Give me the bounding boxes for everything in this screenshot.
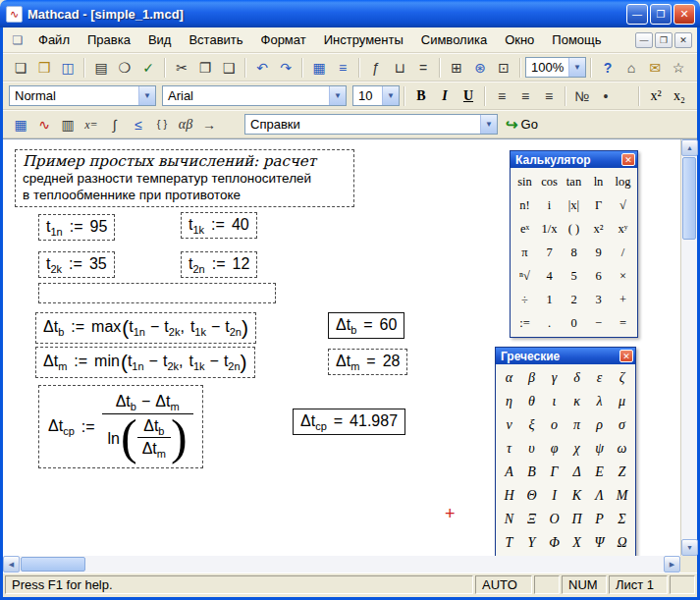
- greek-key[interactable]: Η: [498, 484, 520, 508]
- calc-key[interactable]: 1/x: [537, 217, 562, 241]
- font-size-combobox[interactable]: 10 ▼: [352, 85, 400, 106]
- paste-button[interactable]: ❑: [217, 56, 241, 79]
- menu-item-format[interactable]: Формат: [252, 27, 315, 52]
- calc-key[interactable]: √: [611, 193, 635, 217]
- insert-hyperlink-button[interactable]: ⊛: [468, 56, 492, 79]
- minimize-button[interactable]: —: [626, 4, 648, 25]
- mathsoft-home-button[interactable]: ☆: [667, 56, 690, 79]
- cut-button[interactable]: ✂: [170, 56, 193, 79]
- undo-button[interactable]: ↶: [250, 56, 274, 79]
- menu-item-tools[interactable]: Инструменты: [315, 27, 412, 52]
- horizontal-scroll-thumb[interactable]: [21, 557, 85, 572]
- calc-key[interactable]: ÷: [512, 288, 537, 311]
- greek-key[interactable]: θ: [520, 390, 543, 413]
- greek-key[interactable]: ξ: [520, 413, 543, 437]
- close-button[interactable]: ✕: [673, 4, 695, 25]
- math-region-delta-m-def[interactable]: Δtm:=min(t1n−t2k,t1k−t2n): [35, 347, 255, 378]
- tip-of-day-button[interactable]: ✉: [643, 56, 667, 79]
- greek-key[interactable]: μ: [611, 390, 633, 413]
- greek-key[interactable]: β: [520, 366, 543, 390]
- zoom-combobox[interactable]: 100% ▼: [525, 57, 586, 78]
- menu-item-help[interactable]: Помощь: [543, 27, 610, 52]
- graph-palette-button[interactable]: ∿: [32, 113, 56, 136]
- italic-button[interactable]: I: [433, 84, 457, 107]
- math-region-delta-m-result[interactable]: Δtm=28: [328, 349, 407, 375]
- vertical-scroll-thumb[interactable]: [682, 157, 696, 240]
- greek-key[interactable]: ε: [588, 366, 611, 390]
- programming-palette-button[interactable]: { }: [150, 113, 174, 136]
- calc-key[interactable]: Γ: [586, 193, 611, 217]
- greek-key[interactable]: Β: [520, 461, 543, 484]
- greek-key[interactable]: Δ: [565, 461, 588, 484]
- greek-key[interactable]: Τ: [498, 531, 520, 555]
- calc-key[interactable]: x²: [586, 217, 611, 241]
- calc-key[interactable]: xʸ: [611, 217, 635, 241]
- align-right-button[interactable]: ≡: [537, 84, 561, 107]
- calc-key[interactable]: +: [611, 288, 635, 311]
- mdi-close-button[interactable]: ✕: [674, 32, 692, 48]
- copy-button[interactable]: ❐: [193, 56, 217, 79]
- text-region[interactable]: Пример простых вычислений: расчет средне…: [15, 149, 354, 207]
- print-button[interactable]: ▤: [89, 56, 113, 79]
- calc-key[interactable]: sin: [512, 170, 537, 193]
- scroll-right-icon[interactable]: ▶: [664, 556, 680, 573]
- calc-key[interactable]: ⁿ√: [512, 264, 537, 288]
- dropdown-arrow-icon[interactable]: ▼: [329, 86, 346, 105]
- horizontal-scrollbar[interactable]: ◀ ▶: [3, 556, 680, 573]
- calculator-palette-button[interactable]: ▦: [9, 113, 32, 136]
- math-region-t1n-def[interactable]: t1n:=95: [38, 214, 115, 241]
- greek-key[interactable]: Ω: [611, 531, 633, 555]
- math-region-t1k-def[interactable]: t1k:=40: [181, 212, 257, 239]
- calc-key[interactable]: =: [611, 311, 635, 335]
- vertical-scrollbar[interactable]: ▲ ▼: [680, 139, 697, 556]
- greek-key[interactable]: ο: [543, 413, 565, 437]
- greek-key[interactable]: υ: [520, 437, 543, 461]
- greek-key[interactable]: σ: [611, 413, 633, 437]
- calc-key[interactable]: .: [537, 311, 562, 335]
- subscript-button[interactable]: x₂: [668, 84, 691, 107]
- greek-key[interactable]: Ν: [498, 508, 520, 531]
- numbered-list-button[interactable]: №: [570, 84, 594, 107]
- greek-key[interactable]: η: [498, 390, 520, 413]
- greek-key[interactable]: ω: [611, 437, 633, 461]
- dropdown-arrow-icon[interactable]: ▼: [480, 115, 497, 134]
- calc-key[interactable]: 2: [562, 288, 586, 311]
- resources-combobox[interactable]: Справки ▼: [244, 114, 498, 135]
- greek-key[interactable]: Φ: [543, 531, 565, 555]
- vertical-scroll-track[interactable]: [681, 241, 697, 539]
- align-across-button[interactable]: ▦: [307, 56, 331, 79]
- horizontal-scroll-track[interactable]: [86, 556, 664, 573]
- greek-key[interactable]: Θ: [520, 484, 543, 508]
- calculus-palette-button[interactable]: ∫: [103, 113, 127, 136]
- greek-key[interactable]: Γ: [543, 461, 565, 484]
- greek-key[interactable]: ψ: [588, 437, 611, 461]
- greek-key[interactable]: Ζ: [611, 461, 633, 484]
- calc-key[interactable]: |x|: [562, 193, 586, 217]
- boolean-palette-button[interactable]: ≤: [127, 113, 150, 136]
- calc-key[interactable]: ×: [611, 264, 635, 288]
- greek-key[interactable]: Ψ: [588, 531, 611, 555]
- calc-key[interactable]: tan: [562, 170, 586, 193]
- calc-key[interactable]: 4: [537, 264, 562, 288]
- greek-palette-close-button[interactable]: ✕: [619, 350, 633, 362]
- bullet-list-button[interactable]: •: [594, 84, 618, 107]
- title-bar[interactable]: ∿ Mathcad - [simple_1.mcd] — ❐ ✕: [0, 0, 700, 27]
- greek-key[interactable]: γ: [543, 366, 565, 390]
- greek-key[interactable]: Κ: [565, 484, 588, 508]
- greek-palette-button[interactable]: αβ: [174, 113, 197, 136]
- open-button[interactable]: ❒: [32, 56, 56, 79]
- mdi-restore-button[interactable]: ❐: [655, 32, 673, 48]
- calc-key[interactable]: 3: [586, 288, 611, 311]
- align-center-button[interactable]: ≡: [513, 84, 537, 107]
- print-preview-button[interactable]: ❍: [113, 56, 136, 79]
- scroll-up-icon[interactable]: ▲: [681, 139, 698, 156]
- math-region-delta-b-result[interactable]: Δtb=60: [328, 312, 404, 339]
- calculator-palette-close-button[interactable]: ✕: [621, 153, 635, 166]
- underline-button[interactable]: U: [457, 84, 480, 107]
- greek-key[interactable]: Χ: [565, 531, 588, 555]
- bold-button[interactable]: B: [409, 84, 433, 107]
- greek-key[interactable]: ι: [543, 390, 565, 413]
- dropdown-arrow-icon[interactable]: ▼: [138, 86, 155, 105]
- math-region-t2k-def[interactable]: t2k:=35: [38, 251, 115, 278]
- menu-item-file[interactable]: Файл: [29, 27, 79, 52]
